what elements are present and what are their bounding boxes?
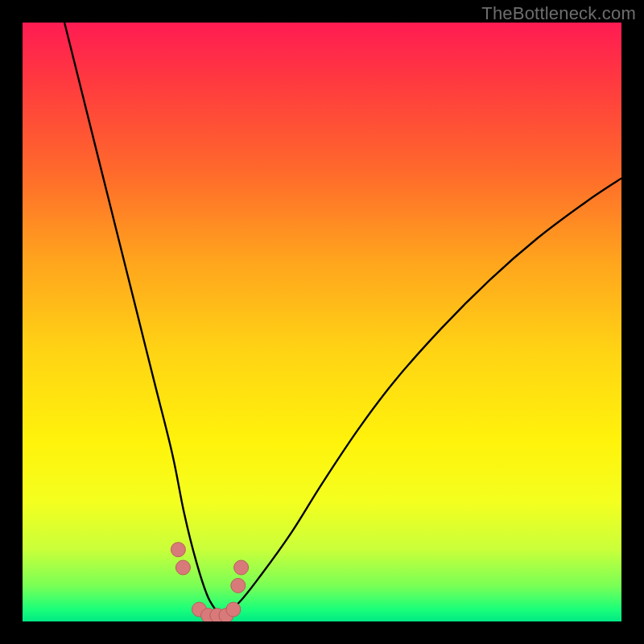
valley-marker [231,578,246,592]
valley-marker [226,602,241,617]
right-branch-curve [221,178,621,615]
valley-marker [171,543,185,557]
valley-marker [175,560,190,575]
curve-layer [23,23,621,621]
left-branch-curve [64,23,220,616]
chart-frame: TheBottleneck.com [0,0,644,644]
valley-markers [171,543,248,621]
valley-marker [234,560,249,575]
plot-area [23,23,621,621]
watermark-text: TheBottleneck.com [481,3,636,24]
